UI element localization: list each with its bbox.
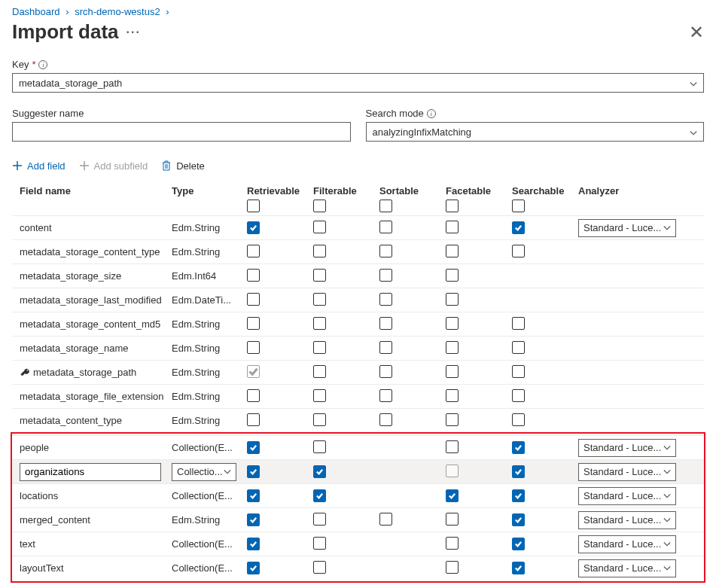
checkbox[interactable] [247, 465, 260, 478]
checkbox[interactable] [446, 389, 459, 402]
checkbox[interactable] [446, 221, 459, 233]
add-field-button[interactable]: Add field [12, 160, 66, 172]
key-select[interactable]: metadata_storage_path [12, 73, 704, 93]
checkbox[interactable] [379, 413, 392, 426]
checkbox[interactable] [313, 293, 326, 306]
checkbox[interactable] [446, 413, 459, 426]
checkbox[interactable] [247, 538, 260, 550]
close-icon[interactable]: ✕ [689, 22, 704, 43]
field-name[interactable]: metadata_storage_path [33, 367, 136, 378]
select-all-facetable[interactable] [446, 200, 459, 212]
select-all-searchable[interactable] [512, 200, 525, 212]
checkbox[interactable] [313, 537, 326, 550]
checkbox[interactable] [247, 413, 260, 426]
analyzer-select[interactable]: Standard - Luce... [578, 463, 676, 481]
checkbox[interactable] [313, 269, 326, 282]
checkbox[interactable] [247, 441, 260, 454]
checkbox[interactable] [379, 513, 392, 526]
checkbox[interactable] [512, 562, 525, 574]
checkbox[interactable] [247, 562, 260, 574]
checkbox[interactable] [379, 365, 392, 378]
checkbox[interactable] [247, 245, 260, 257]
analyzer-select[interactable]: Standard - Luce... [578, 487, 676, 505]
field-name[interactable]: merged_content [20, 514, 90, 526]
checkbox[interactable] [512, 365, 525, 378]
checkbox[interactable] [379, 269, 392, 282]
field-name[interactable]: metadata_storage_file_extension [20, 391, 164, 402]
checkbox[interactable] [512, 317, 525, 330]
field-name[interactable]: text [20, 538, 35, 550]
checkbox[interactable] [313, 245, 326, 257]
checkbox[interactable] [512, 538, 525, 550]
checkbox[interactable] [379, 293, 392, 306]
table-row[interactable]: contentEdm.StringStandard - Luce... [12, 215, 704, 239]
checkbox[interactable] [247, 341, 260, 354]
table-row[interactable]: metadata_storage_content_md5Edm.String [12, 312, 704, 336]
checkbox[interactable] [446, 513, 459, 526]
table-row[interactable]: metadata_storage_file_extensionEdm.Strin… [12, 384, 704, 408]
table-row[interactable]: metadata_storage_last_modifiedEdm.DateTi… [12, 288, 704, 312]
checkbox[interactable] [313, 221, 326, 233]
searchmode-select[interactable]: analyzingInfixMatching [366, 122, 705, 142]
checkbox[interactable] [512, 465, 525, 478]
checkbox[interactable] [446, 440, 459, 453]
table-row[interactable]: Collectio...Standard - Luce... [12, 459, 704, 483]
delete-button[interactable]: Delete [161, 160, 205, 172]
type-select[interactable]: Collectio... [172, 463, 236, 481]
field-name[interactable]: metadata_content_type [20, 415, 122, 426]
checkbox[interactable] [313, 317, 326, 330]
select-all-sortable[interactable] [379, 200, 392, 212]
field-name[interactable]: layoutText [20, 562, 64, 574]
checkbox[interactable] [446, 465, 459, 477]
field-name[interactable]: locations [20, 490, 58, 501]
analyzer-select[interactable]: Standard - Luce... [578, 535, 676, 553]
checkbox[interactable] [446, 317, 459, 330]
checkbox[interactable] [313, 413, 326, 426]
field-name[interactable]: metadata_storage_last_modified [20, 294, 162, 306]
field-name[interactable]: metadata_storage_name [20, 343, 129, 354]
field-name[interactable]: metadata_storage_content_type [20, 246, 160, 257]
analyzer-select[interactable]: Standard - Luce... [578, 559, 676, 577]
checkbox[interactable] [446, 293, 459, 306]
suggester-input[interactable] [12, 122, 351, 142]
breadcrumb-link[interactable]: Dashboard [12, 6, 60, 17]
checkbox[interactable] [313, 489, 326, 502]
checkbox[interactable] [512, 245, 525, 257]
table-row[interactable]: metadata_storage_sizeEdm.Int64 [12, 264, 704, 288]
checkbox[interactable] [446, 561, 459, 574]
field-name[interactable]: content [20, 222, 52, 233]
checkbox[interactable] [379, 389, 392, 402]
checkbox[interactable] [247, 513, 260, 526]
select-all-retrievable[interactable] [247, 200, 260, 212]
checkbox[interactable] [313, 465, 326, 478]
checkbox[interactable] [313, 341, 326, 354]
table-row[interactable]: metadata_storage_pathEdm.String [12, 360, 704, 384]
checkbox[interactable] [512, 221, 525, 234]
checkbox[interactable] [512, 489, 525, 502]
checkbox[interactable] [313, 561, 326, 574]
checkbox[interactable] [512, 513, 525, 526]
analyzer-select[interactable]: Standard - Luce... [578, 219, 676, 237]
checkbox[interactable] [379, 341, 392, 354]
checkbox[interactable] [247, 389, 260, 402]
checkbox[interactable] [313, 513, 326, 526]
checkbox[interactable] [313, 389, 326, 402]
checkbox[interactable] [446, 537, 459, 550]
checkbox[interactable] [379, 317, 392, 330]
checkbox[interactable] [247, 489, 260, 502]
checkbox[interactable] [247, 317, 260, 330]
table-row[interactable]: layoutTextCollection(E...Standard - Luce… [12, 556, 704, 580]
checkbox[interactable] [512, 441, 525, 454]
table-row[interactable]: textCollection(E...Standard - Luce... [12, 532, 704, 556]
more-icon[interactable]: ··· [126, 26, 141, 39]
select-all-filterable[interactable] [313, 200, 326, 212]
table-row[interactable]: merged_contentEdm.StringStandard - Luce.… [12, 507, 704, 532]
table-row[interactable]: peopleCollection(E...Standard - Luce... [12, 435, 704, 459]
breadcrumb-link[interactable]: srch-demo-westus2 [75, 6, 160, 17]
checkbox[interactable] [446, 269, 459, 282]
checkbox[interactable] [512, 389, 525, 402]
checkbox[interactable] [247, 269, 260, 282]
checkbox[interactable] [446, 341, 459, 354]
table-row[interactable]: metadata_storage_nameEdm.String [12, 336, 704, 360]
checkbox[interactable] [247, 365, 260, 378]
